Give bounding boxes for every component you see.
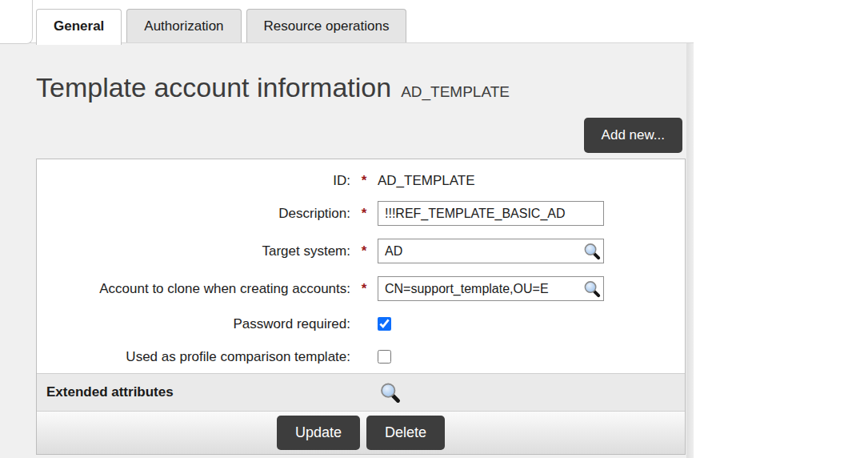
account-to-clone-label: Account to clone when creating accounts: xyxy=(37,281,350,297)
target-system-input[interactable] xyxy=(378,239,604,263)
magnifier-icon[interactable] xyxy=(582,242,601,260)
id-label: ID: xyxy=(37,173,350,189)
page-title: Template account informationAD_TEMPLATE xyxy=(36,72,510,103)
magnifier-icon[interactable] xyxy=(378,381,401,404)
tab-list: General Authorization Resource operation… xyxy=(36,9,406,42)
field-row-password-required: Password required: xyxy=(37,307,685,340)
tab-general[interactable]: General xyxy=(36,9,122,45)
field-row-account-to-clone: Account to clone when creating accounts:… xyxy=(37,270,685,307)
magnifier-icon[interactable] xyxy=(582,279,601,298)
delete-button[interactable]: Delete xyxy=(366,416,445,450)
form-fields: ID: * AD_TEMPLATE Description: * xyxy=(37,159,685,373)
tab-strip: General Authorization Resource operation… xyxy=(0,0,868,42)
page-title-text: Template account information xyxy=(36,72,391,102)
content-panel: Template account informationAD_TEMPLATE … xyxy=(0,42,694,458)
profile-comparison-label: Used as profile comparison template: xyxy=(37,349,350,365)
tab-resource-operations[interactable]: Resource operations xyxy=(246,9,407,42)
field-row-id: ID: * AD_TEMPLATE xyxy=(37,167,685,195)
form-actions: Update Delete xyxy=(37,411,685,454)
add-new-button[interactable]: Add new... xyxy=(584,118,682,153)
window: General Authorization Resource operation… xyxy=(0,0,868,458)
password-required-label: Password required: xyxy=(37,316,350,332)
required-marker: * xyxy=(350,173,378,189)
extended-attributes-row: Extended attributes xyxy=(37,373,685,411)
description-label: Description: xyxy=(37,206,350,222)
required-marker: * xyxy=(350,281,378,297)
extended-attributes-label: Extended attributes xyxy=(37,384,174,400)
id-value: AD_TEMPLATE xyxy=(378,173,475,189)
template-form: ID: * AD_TEMPLATE Description: * xyxy=(36,159,686,455)
account-to-clone-input[interactable] xyxy=(378,276,604,301)
tab-authorization[interactable]: Authorization xyxy=(126,9,241,42)
target-system-label: Target system: xyxy=(37,243,350,259)
update-button[interactable]: Update xyxy=(277,416,360,450)
tab-strip-corner xyxy=(0,0,33,44)
required-marker: * xyxy=(350,243,378,259)
description-input[interactable] xyxy=(378,201,604,226)
page-subtitle: AD_TEMPLATE xyxy=(401,83,510,100)
profile-comparison-checkbox[interactable] xyxy=(378,350,391,364)
field-row-target-system: Target system: * xyxy=(37,232,685,270)
required-marker: * xyxy=(350,206,378,222)
field-row-profile-comparison: Used as profile comparison template: xyxy=(37,340,685,373)
field-row-description: Description: * xyxy=(37,195,685,232)
password-required-checkbox[interactable] xyxy=(378,317,391,331)
